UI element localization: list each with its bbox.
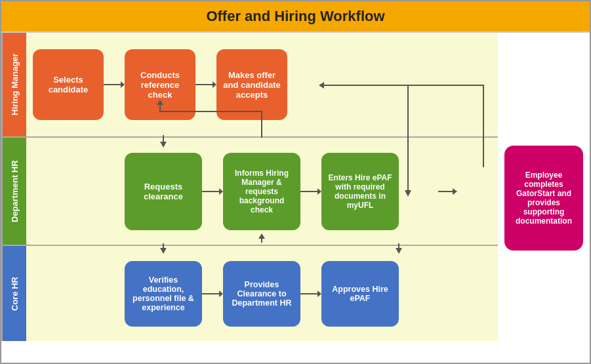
corehr-lane: Core HR Verifies education, personnel fi… xyxy=(1,246,498,341)
corehr-lane-body: Verifies education, personnel file & exp… xyxy=(26,246,498,341)
lanes-wrapper: Hiring Manager Selects candidate Conduct… xyxy=(1,33,498,363)
depthr-label: Department HR xyxy=(1,138,26,245)
right-panel: Employee completes GatorStart and provid… xyxy=(498,33,590,363)
arrow-6 xyxy=(300,287,321,300)
hiring-lane: Hiring Manager Selects candidate Conduct… xyxy=(1,33,498,138)
verifies-box: Verifies education, personnel file & exp… xyxy=(125,261,202,327)
diagram-title: Offer and Hiring Workflow xyxy=(1,1,590,33)
depthr-lane-body: Requests clearance Informs Hiring Manage… xyxy=(26,138,498,245)
arrow-1 xyxy=(104,78,125,91)
requests-clearance-box: Requests clearance xyxy=(125,153,202,230)
informs-hiring-box: Informs Hiring Manager & requests backgr… xyxy=(223,153,300,230)
corehr-label: Core HR xyxy=(1,246,26,341)
arrow-3 xyxy=(202,185,223,198)
hiring-lane-body: Selects candidate Conducts reference che… xyxy=(26,33,498,136)
arrow-4 xyxy=(300,185,321,198)
hiring-manager-label: Hiring Manager xyxy=(1,33,26,136)
depthr-lane: Department HR Requests clearance In xyxy=(1,138,498,246)
arrow-2 xyxy=(195,78,216,91)
enters-epaf-box: Enters Hire ePAF with required documents… xyxy=(321,153,399,230)
diagram-inner: Hiring Manager Selects candidate Conduct… xyxy=(1,33,590,363)
selects-candidate-box: Selects candidate xyxy=(33,49,104,120)
reference-check-box: Conducts reference check xyxy=(125,49,195,120)
diagram-wrapper: Offer and Hiring Workflow Hiring Manager… xyxy=(0,0,591,364)
employee-box: Employee completes GatorStart and provid… xyxy=(504,146,583,251)
arrow-5 xyxy=(202,287,223,300)
approves-epaf-box: Approves Hire ePAF xyxy=(321,261,399,327)
makes-offer-box: Makes offer and candidate accepts xyxy=(216,49,287,120)
provides-clearance-box: Provides Clearance to Department HR xyxy=(223,261,300,327)
